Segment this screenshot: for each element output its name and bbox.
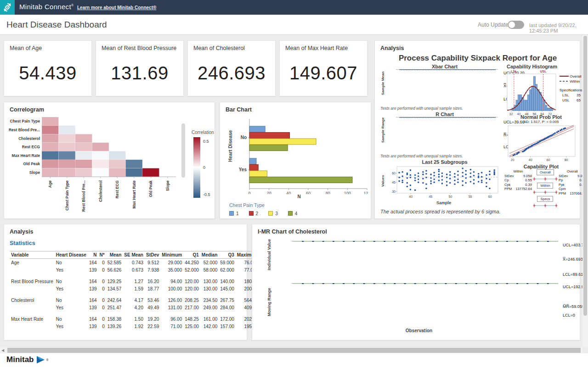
overall-line-icon	[560, 75, 569, 78]
stats-row: AgeNo164052.5850.7439.51229.00044.25052.…	[10, 259, 260, 267]
auto-update-toggle[interactable]	[508, 21, 524, 29]
statistics-table: VariableHeart DiseaseNN*MeanSE MeanStDev…	[10, 251, 260, 330]
bar-legend: 1234	[229, 209, 307, 217]
svg-text:50: 50	[449, 195, 452, 198]
scroll-left-arrow-icon[interactable]: ◀	[1, 348, 4, 352]
auto-update-label: Auto Update	[478, 22, 509, 28]
svg-text:20: 20	[267, 191, 271, 194]
svg-text:Old Peak: Old Peak	[23, 162, 40, 166]
capability-interval	[533, 175, 558, 183]
vertical-scrollbar-thumb[interactable]	[583, 36, 587, 316]
within-line-icon	[560, 80, 569, 83]
sixpack-analysis-panel: Analysis Process Capability Sixpack Repo…	[374, 40, 580, 219]
kpi-card-mean-age: Mean of Age 54.439	[4, 40, 92, 96]
last25-title: Last 25 Subgroups	[389, 159, 501, 165]
bar-x-axis-label: N	[230, 194, 368, 199]
minitab-chevron-icon	[36, 356, 46, 364]
svg-text:120: 120	[363, 191, 368, 194]
svg-text:Cholesterol: Cholesterol	[98, 180, 103, 202]
svg-text:Rest Blood Pre...: Rest Blood Pre...	[81, 180, 86, 212]
capability-boxes: OverallWithinSpecs	[533, 169, 558, 209]
svg-text:1: 1	[399, 117, 401, 117]
kpi-title: Mean of Rest Blood Pressure	[102, 45, 176, 51]
normal-prob-plot: 20406080	[504, 124, 578, 162]
kpi-title: Mean of Max Heart Rate	[285, 45, 348, 51]
horizontal-scrollbar-thumb[interactable]	[7, 348, 581, 353]
kpi-card-mean-cholesterol: Mean of Cholesterol 246.693	[187, 40, 276, 96]
bar-chart-panel: Bar Chart Heart Disease NoYes02040608010…	[220, 102, 371, 219]
svg-text:60: 60	[488, 195, 492, 198]
imr-panel: I-MR Chart of Cholesterol Individual Val…	[252, 224, 580, 340]
svg-text:30: 30	[392, 190, 396, 193]
svg-text:61: 61	[493, 69, 497, 70]
bar-legend-item-4: 4	[288, 211, 298, 216]
capability-box-specs: Specs	[537, 196, 553, 202]
spec-row: LSL35	[560, 93, 581, 98]
learn-more-link[interactable]: Learn more about Minitab Connect®	[77, 5, 156, 10]
svg-text:Old Peak: Old Peak	[148, 180, 153, 197]
svg-text:Rest Blood Pre...: Rest Blood Pre...	[9, 128, 40, 132]
svg-text:USL: USL	[540, 70, 547, 73]
svg-text:293: 293	[443, 283, 449, 284]
last25-x-label: Sample	[388, 201, 500, 205]
svg-text:40: 40	[409, 195, 413, 198]
svg-text:7: 7	[409, 69, 411, 70]
normal-prob-plot-title: Normal Prob Plot	[504, 114, 578, 120]
svg-text:301: 301	[525, 283, 531, 284]
svg-text:Rest ECG: Rest ECG	[22, 145, 40, 149]
svg-text:80: 80	[326, 191, 330, 194]
svg-text:0: 0	[248, 191, 250, 194]
spec-row: USL65	[560, 98, 581, 103]
vertical-scrollbar[interactable]	[582, 35, 588, 347]
correlogram-scrollbar-thumb[interactable]	[181, 123, 185, 178]
svg-text:65: 65	[392, 69, 396, 70]
svg-text:40: 40	[392, 117, 396, 117]
r-chart-title: R Chart	[389, 112, 501, 117]
capability-histogram-plot: LSLUSL324048566472	[504, 68, 559, 116]
statistics-panel: Analysis Statistics VariableHeart Diseas…	[4, 224, 247, 340]
svg-text:25: 25	[436, 69, 440, 70]
bar-legend-item-3: 3	[268, 211, 278, 216]
svg-text:31: 31	[446, 117, 449, 117]
stats-panel-title: Analysis	[10, 229, 33, 235]
svg-text:43: 43	[464, 117, 468, 117]
svg-text:287: 287	[381, 283, 388, 284]
svg-text:80: 80	[565, 158, 568, 162]
svg-text:13: 13	[417, 69, 421, 70]
svg-text:289: 289	[402, 283, 408, 284]
xbar-chart-title: Xbar Chart	[389, 64, 501, 69]
capability-interval	[533, 189, 558, 196]
legend-swatch	[288, 211, 293, 216]
legend-swatch	[229, 211, 234, 216]
minitab-connect-logo[interactable]	[0, 0, 15, 15]
dashboard-header: Heart Disease Dashboard Auto Update last…	[0, 15, 588, 35]
stats-row: Max Heart RateNo1640158.381.5019.2096.00…	[10, 315, 260, 323]
svg-text:299: 299	[504, 283, 510, 284]
svg-text:Chest Pain Type: Chest Pain Type	[65, 180, 69, 211]
imr-x-label: Observation	[278, 328, 560, 333]
legend-tick: 0.5	[203, 139, 209, 144]
stats-subtitle[interactable]: Statistics	[10, 240, 35, 246]
svg-text:13: 13	[417, 117, 421, 117]
stats-row: Yes139056.6260.6737.93835.00052.00058.00…	[10, 266, 260, 273]
kpi-value: 149.607	[280, 63, 367, 84]
svg-text:49: 49	[474, 69, 478, 70]
imr-panel-title: I-MR Chart of Cholesterol	[258, 229, 327, 235]
correlation-legend-gradient	[193, 137, 200, 198]
legend-swatch	[249, 211, 254, 216]
horizontal-scrollbar[interactable]: ◀	[0, 347, 582, 353]
svg-text:Age: Age	[48, 180, 52, 188]
histogram-legend: Overall Within Specifications LSL35USL65	[560, 74, 582, 103]
svg-text:Max Heart Rate: Max Heart Rate	[132, 180, 136, 209]
bar-legend-item-2: 2	[249, 211, 259, 216]
imr-i-center: X̅=246.693	[563, 257, 583, 262]
svg-text:37: 37	[455, 117, 459, 117]
last-updated-text: last updated 9/20/22, 12:45:23 PM	[529, 22, 588, 33]
svg-text:400: 400	[285, 241, 292, 242]
capability-plot: WithinStDev9.058Cp0.55Cpk0.39PPM137752.6…	[503, 169, 579, 209]
capability-interval	[533, 202, 558, 209]
dashboard-body: Mean of Age 54.439 Mean of Rest Blood Pr…	[0, 35, 588, 353]
svg-text:49: 49	[474, 117, 478, 117]
imr-i-y-label: Individual Value	[267, 239, 271, 270]
legend-tick: -0.5	[203, 192, 210, 197]
